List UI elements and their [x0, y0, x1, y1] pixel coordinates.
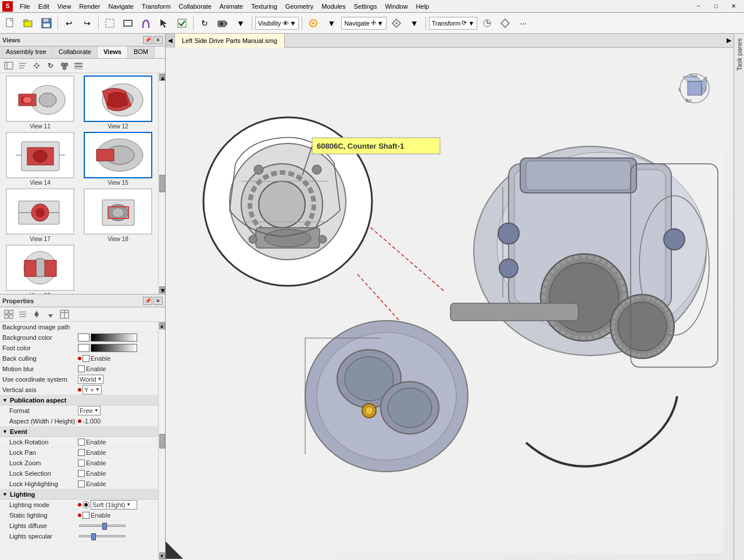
- props-panel-pin[interactable]: 📌: [143, 297, 152, 305]
- navigate-sub-dropdown[interactable]: ▼: [406, 15, 423, 31]
- magnet-button[interactable]: [138, 15, 154, 31]
- menu-edit[interactable]: Edit: [35, 2, 53, 11]
- scroll-down-btn[interactable]: ▼: [159, 286, 165, 293]
- doc-tab-main[interactable]: Left Side Drive Parts Manual.smg: [175, 34, 285, 48]
- doc-tab-prev[interactable]: ◀: [166, 34, 175, 48]
- bg-color-gradient[interactable]: [91, 333, 137, 342]
- menu-settings[interactable]: Settings: [350, 2, 381, 11]
- lock-selection-checkbox[interactable]: [78, 470, 85, 477]
- list-item[interactable]: View 11: [2, 76, 78, 130]
- views-panel-pin[interactable]: 📌: [143, 36, 152, 44]
- views-panel-close[interactable]: ✕: [153, 36, 163, 44]
- static-lighting-checkbox[interactable]: [83, 512, 90, 519]
- section-pub-toggle[interactable]: ▼: [2, 397, 8, 403]
- props-tb-table[interactable]: [58, 308, 71, 320]
- transform-sub-btn3[interactable]: ···: [515, 15, 531, 31]
- lock-rotation-checkbox[interactable]: [78, 439, 85, 446]
- view-thumb-12[interactable]: [84, 76, 152, 122]
- menu-render[interactable]: Render: [76, 2, 103, 11]
- list-item[interactable]: View 18: [80, 188, 156, 242]
- props-scroll-up[interactable]: ▲: [159, 322, 165, 329]
- menu-modules[interactable]: Modules: [318, 2, 349, 11]
- menu-animate[interactable]: Animate: [216, 2, 246, 11]
- menu-view[interactable]: View: [54, 2, 75, 11]
- lights-specular-thumb[interactable]: [91, 533, 96, 540]
- view-thumb-19[interactable]: [6, 245, 74, 291]
- restore-button[interactable]: □: [708, 0, 724, 15]
- views-tb-sort[interactable]: [16, 60, 29, 71]
- coord-sys-dropdown[interactable]: World ▼: [78, 375, 103, 384]
- list-item[interactable]: View 15: [80, 132, 156, 186]
- view-thumb-11[interactable]: [6, 76, 74, 122]
- scroll-thumb[interactable]: [159, 175, 165, 192]
- lighting-mode-radio[interactable]: [83, 501, 90, 508]
- props-panel-close[interactable]: ✕: [153, 297, 163, 305]
- list-item[interactable]: View 12: [80, 76, 156, 130]
- props-tb-list[interactable]: [16, 308, 29, 320]
- props-scroll-down[interactable]: ▼: [159, 552, 165, 559]
- foot-color-swatch-white[interactable]: [78, 344, 90, 352]
- view-thumb-17[interactable]: [6, 188, 74, 235]
- views-tb-more[interactable]: [72, 60, 85, 71]
- transform-sub-btn1[interactable]: [479, 15, 495, 31]
- selection-tool-button[interactable]: [156, 15, 172, 31]
- taskpane-label[interactable]: Task panes: [735, 36, 744, 73]
- menu-collaborate[interactable]: Collaborate: [176, 2, 215, 11]
- transform-sub-btn2[interactable]: [497, 15, 513, 31]
- tab-views[interactable]: Views: [98, 46, 128, 58]
- open-button[interactable]: [20, 15, 37, 31]
- format-dropdown[interactable]: Free ▼: [78, 406, 101, 415]
- tab-bom[interactable]: BOM: [128, 46, 155, 58]
- views-tb-move[interactable]: [30, 60, 43, 71]
- props-tb-move-up[interactable]: [30, 308, 43, 320]
- minimize-button[interactable]: −: [691, 0, 707, 15]
- rect-button[interactable]: [120, 15, 136, 31]
- lighting-mode-dropdown[interactable]: Soft (1light) ▼: [91, 500, 137, 509]
- visibility-dropdown[interactable]: Visibility 👁 ▼: [255, 17, 299, 30]
- undo-button[interactable]: ↩: [61, 15, 77, 31]
- props-tb-move-down[interactable]: [44, 308, 57, 320]
- save-button[interactable]: [38, 15, 55, 31]
- select-rect-button[interactable]: [102, 15, 118, 31]
- camera-dropdown-button[interactable]: ▼: [233, 15, 249, 31]
- transform-dropdown[interactable]: Transform ⟳ ▼: [429, 17, 478, 30]
- check-button[interactable]: [174, 15, 190, 31]
- new-button[interactable]: [2, 15, 19, 31]
- section-event-toggle[interactable]: ▼: [2, 429, 8, 435]
- motion-blur-checkbox[interactable]: [78, 365, 85, 372]
- view-thumb-15[interactable]: [84, 132, 152, 178]
- views-tb-properties[interactable]: [2, 60, 15, 71]
- menu-transform[interactable]: Transform: [138, 2, 174, 11]
- viewport[interactable]: 60806C, Counter Shaft-1 Top R Bo L: [166, 48, 734, 560]
- menu-navigate[interactable]: Navigate: [105, 2, 137, 11]
- navigate-dropdown[interactable]: Navigate ✛ ▼: [341, 17, 386, 30]
- view-thumb-18[interactable]: [84, 188, 152, 235]
- bg-color-swatch-white[interactable]: [78, 333, 90, 342]
- views-scrollbar[interactable]: ▲ ▼: [158, 73, 165, 294]
- tab-collaborate[interactable]: Collaborate: [53, 46, 98, 58]
- lights-diffuse-slider[interactable]: [79, 525, 126, 527]
- lock-pan-checkbox[interactable]: [78, 449, 85, 456]
- props-scroll-thumb[interactable]: [159, 434, 165, 448]
- list-item[interactable]: View 19: [2, 245, 78, 294]
- menu-file[interactable]: File: [16, 2, 34, 11]
- tab-assembly-tree[interactable]: Assembly tree: [0, 46, 53, 58]
- section-lighting-toggle[interactable]: ▼: [2, 491, 8, 497]
- doc-tab-next[interactable]: ▶: [724, 34, 734, 48]
- lock-zoom-checkbox[interactable]: [78, 460, 85, 466]
- vertical-axis-dropdown[interactable]: Y + ▼: [83, 385, 102, 394]
- lights-specular-slider[interactable]: [79, 535, 126, 537]
- render-camera-button[interactable]: [214, 15, 231, 31]
- close-button[interactable]: ✕: [725, 0, 742, 15]
- views-tb-camera[interactable]: [58, 60, 71, 71]
- menu-help[interactable]: Help: [413, 2, 433, 11]
- redo-button[interactable]: ↪: [79, 15, 95, 31]
- navigate-sub-btn[interactable]: [388, 15, 405, 31]
- lights-diffuse-thumb[interactable]: [102, 523, 107, 530]
- lock-highlighting-checkbox[interactable]: [78, 480, 85, 487]
- back-culling-checkbox[interactable]: [83, 355, 90, 362]
- foot-color-gradient[interactable]: [91, 344, 137, 352]
- menu-texturing[interactable]: Texturing: [248, 2, 281, 11]
- nav-icon-btn[interactable]: [305, 15, 321, 31]
- menu-window[interactable]: Window: [381, 2, 411, 11]
